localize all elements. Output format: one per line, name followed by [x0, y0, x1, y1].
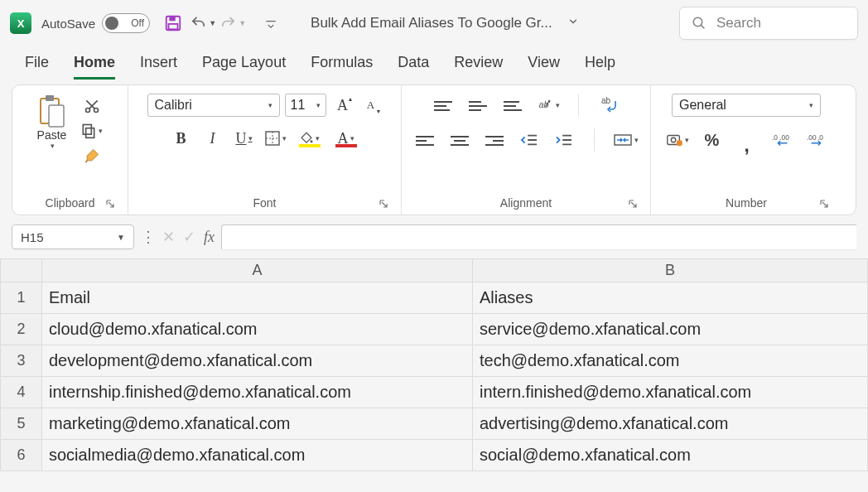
number-format-select[interactable]: General▾: [672, 94, 821, 117]
row-header[interactable]: 4: [1, 377, 42, 408]
increase-decimal-button[interactable]: .0.00: [770, 128, 793, 152]
orientation-button[interactable]: ab ▾: [536, 94, 560, 117]
tab-data[interactable]: Data: [398, 49, 429, 80]
row-header[interactable]: 2: [1, 314, 42, 345]
tab-page-layout[interactable]: Page Layout: [202, 49, 286, 80]
orientation-icon: ab: [536, 97, 554, 113]
formula-input[interactable]: [221, 224, 856, 249]
dialog-launcher-icon[interactable]: [818, 198, 830, 210]
row-header[interactable]: 3: [1, 345, 42, 377]
cut-button[interactable]: [80, 94, 104, 118]
font-color-button[interactable]: A ▾: [332, 127, 360, 150]
search-input[interactable]: Search: [679, 7, 858, 40]
align-bottom-button[interactable]: [501, 94, 524, 117]
cell[interactable]: development@demo.xfanatical.com: [42, 345, 473, 377]
cancel-formula-button[interactable]: ✕: [162, 228, 175, 246]
comma-style-button[interactable]: ,: [735, 128, 759, 152]
align-top-button[interactable]: [432, 94, 455, 117]
tab-insert[interactable]: Insert: [140, 49, 177, 80]
chevron-down-icon[interactable]: ▼: [117, 233, 125, 242]
cell[interactable]: Aliases: [473, 282, 868, 314]
autosave-toggle[interactable]: Off: [102, 13, 150, 33]
undo-button[interactable]: ▼: [190, 10, 216, 36]
group-label-text: Font: [253, 196, 276, 210]
dialog-launcher-icon[interactable]: [627, 198, 639, 210]
row-header[interactable]: 5: [1, 408, 42, 440]
tab-formulas[interactable]: Formulas: [311, 49, 373, 80]
tab-help[interactable]: Help: [585, 49, 615, 80]
formula-bar: H15 ▼ ⋮ ✕ ✓ fx: [12, 222, 856, 252]
chevron-down-icon[interactable]: ▾: [51, 142, 55, 150]
qat-customize-button[interactable]: [258, 10, 284, 36]
align-center-button[interactable]: [448, 128, 471, 152]
increase-indent-button[interactable]: [552, 128, 576, 152]
cell[interactable]: tech@demo.xfanatical.com: [473, 345, 868, 377]
italic-button[interactable]: I: [201, 127, 224, 150]
svg-text:.0: .0: [772, 133, 778, 142]
font-size-select[interactable]: 11▾: [285, 94, 326, 117]
font-name-select[interactable]: Calibri▾: [147, 94, 280, 117]
col-header-B[interactable]: B: [473, 259, 868, 282]
cell[interactable]: marketing@demo.xfanatical.com: [42, 408, 473, 440]
copy-button[interactable]: ▾: [80, 119, 104, 142]
svg-point-17: [671, 137, 675, 142]
paste-button[interactable]: Paste ▾: [37, 94, 67, 150]
scissors-icon: [84, 98, 100, 114]
col-header-A[interactable]: A: [42, 259, 473, 282]
spreadsheet-grid[interactable]: A B 1 Email Aliases 2 cloud@demo.xfanati…: [0, 258, 868, 471]
autosave-control[interactable]: AutoSave Off: [41, 13, 150, 33]
cell[interactable]: cloud@demo.xfanatical.com: [42, 314, 473, 345]
cell[interactable]: service@demo.xfanatical.com: [473, 314, 868, 345]
increase-font-button[interactable]: A▴: [331, 94, 354, 117]
cell[interactable]: Email: [42, 282, 473, 314]
svg-text:ab: ab: [601, 96, 611, 105]
vertical-dots-icon[interactable]: ⋮: [141, 228, 156, 246]
align-right-button[interactable]: [483, 128, 506, 152]
cell[interactable]: advertising@demo.xfanatical.com: [473, 408, 868, 440]
paste-label: Paste: [37, 128, 67, 142]
select-all-corner[interactable]: [1, 259, 42, 282]
chevron-down-icon: ▼: [239, 19, 246, 27]
underline-button[interactable]: U▾: [233, 127, 256, 150]
format-painter-button[interactable]: [80, 144, 104, 167]
tab-view[interactable]: View: [528, 49, 560, 80]
row-header[interactable]: 6: [1, 440, 42, 471]
enter-formula-button[interactable]: ✓: [183, 228, 195, 246]
align-middle-button[interactable]: [466, 94, 489, 117]
document-title[interactable]: Bulk Add Email Aliases To Google Gr...: [311, 15, 579, 31]
autosave-label: AutoSave: [41, 17, 95, 31]
borders-button[interactable]: ▾: [264, 127, 287, 150]
fx-label[interactable]: fx: [204, 229, 215, 246]
tab-file[interactable]: File: [25, 49, 49, 80]
decrease-indent-button[interactable]: [518, 128, 541, 152]
row-header[interactable]: 1: [1, 282, 42, 314]
chevron-down-icon[interactable]: [567, 15, 579, 31]
decrease-decimal-button[interactable]: .00.0: [805, 128, 828, 152]
fill-color-button[interactable]: ▾: [296, 127, 324, 150]
cell[interactable]: social@demo.xfanatical.com: [473, 440, 868, 471]
align-left-button[interactable]: [413, 128, 436, 152]
redo-button[interactable]: ▼: [219, 10, 246, 36]
accounting-format-button[interactable]: ▾: [665, 128, 689, 152]
table-row: 2 cloud@demo.xfanatical.com service@demo…: [1, 314, 868, 345]
svg-text:.00: .00: [807, 133, 817, 142]
ribbon: Paste ▾ ▾ Clipboard: [12, 84, 856, 215]
clipboard-icon: [37, 94, 67, 130]
merge-center-button[interactable]: ▾: [613, 128, 639, 152]
tab-review[interactable]: Review: [454, 49, 503, 80]
separator: [578, 94, 579, 117]
cell[interactable]: socialmedia@demo.xfanatical.com: [42, 440, 473, 471]
cell[interactable]: internship.finished@demo.xfanatical.com: [42, 377, 473, 408]
wrap-text-button[interactable]: ab: [597, 94, 620, 117]
name-box[interactable]: H15 ▼: [12, 224, 134, 249]
dialog-launcher-icon[interactable]: [104, 198, 116, 210]
wrap-text-icon: ab: [599, 96, 619, 114]
bold-button[interactable]: B: [170, 127, 193, 150]
cell[interactable]: intern.finished@demo.xfanatical.com: [473, 377, 868, 408]
decrease-font-button[interactable]: A▾: [359, 94, 383, 117]
tab-home[interactable]: Home: [74, 49, 115, 80]
align-center-icon: [451, 133, 469, 147]
dialog-launcher-icon[interactable]: [378, 198, 389, 210]
percent-button[interactable]: %: [701, 128, 724, 152]
save-button[interactable]: [160, 10, 186, 36]
